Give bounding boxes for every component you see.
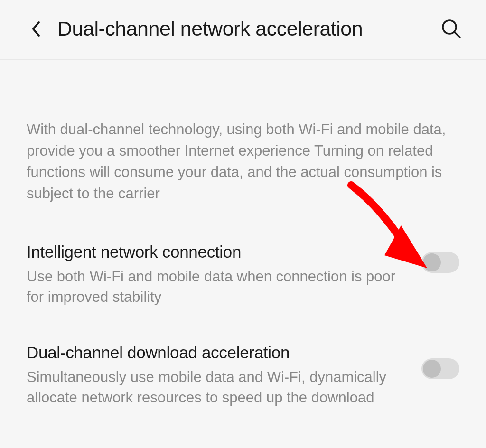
header: Dual-channel network acceleration [0, 0, 486, 60]
page-title: Dual-channel network acceleration [57, 17, 441, 40]
setting-intelligent-network[interactable]: Intelligent network connection Use both … [27, 243, 459, 308]
search-button[interactable] [441, 19, 462, 39]
chevron-left-icon [31, 21, 41, 37]
setting-title: Intelligent network connection [27, 243, 402, 261]
toggle-knob [423, 360, 441, 378]
content: With dual-channel technology, using both… [0, 60, 486, 408]
setting-subtitle: Simultaneously use mobile data and Wi-Fi… [27, 367, 387, 408]
setting-dual-channel-download[interactable]: Dual-channel download acceleration Simul… [27, 343, 459, 408]
search-icon [441, 19, 461, 39]
toggle-knob [423, 253, 441, 271]
feature-description: With dual-channel technology, using both… [27, 119, 459, 205]
divider [406, 353, 406, 385]
setting-title: Dual-channel download acceleration [27, 343, 387, 362]
svg-line-1 [455, 32, 460, 37]
dual-channel-download-toggle[interactable] [421, 358, 459, 379]
back-button[interactable] [27, 19, 46, 38]
setting-subtitle: Use both Wi-Fi and mobile data when conn… [27, 266, 402, 308]
intelligent-network-toggle[interactable] [421, 252, 459, 273]
